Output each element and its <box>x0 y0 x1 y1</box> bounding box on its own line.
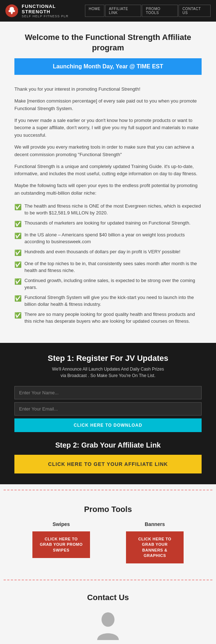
nav-promo[interactable]: PROMO TOOLS <box>142 5 178 17</box>
body-para-2: If you never made a sale earlier or you … <box>14 117 202 139</box>
body-para-4: Functional Strength is a unique and comp… <box>14 163 202 178</box>
banners-label: Banners <box>126 521 184 527</box>
banners-button[interactable]: CLICK HERE TO GRAB YOUR BANNERS & GRAPHI… <box>126 531 184 564</box>
step1-title: Step 1: Register For JV Updates <box>14 354 202 363</box>
logo-text: FUNCTIONAL STRENGTH SELF HELP FITNESS PL… <box>22 4 85 18</box>
main-content: Welcome to the Functional Strength Affil… <box>0 22 216 343</box>
list-item: ✅One of the top niches to be in, that co… <box>14 260 202 274</box>
body-para-1: Make [mention commission percentage] of … <box>14 97 202 113</box>
contact-section: Contact Us FACEBOOK SKYPE EMAIL <box>0 586 216 644</box>
logo-icon <box>5 4 18 17</box>
main-nav: HOME AFFILIATE LINK PROMO TOOLS CONTACT … <box>85 5 211 17</box>
avatar <box>94 609 122 642</box>
dotted-divider-2 <box>4 580 212 580</box>
divider-top <box>0 484 216 496</box>
check-icon: ✅ <box>14 260 22 269</box>
check-icon: ✅ <box>14 294 22 303</box>
list-item: ✅Thousands of marketers are looking for … <box>14 219 202 228</box>
promo-tools-section: Promo Tools Swipes CLICK HERE TO GRAB YO… <box>0 496 216 575</box>
launch-bar: Launching Month Day, Year @ TIME EST <box>14 58 202 75</box>
banners-col: Banners CLICK HERE TO GRAB YOUR BANNERS … <box>126 521 184 564</box>
logo-brand: FUNCTIONAL STRENGTH <box>22 4 85 14</box>
checklist: ✅The health and fitness niche is ONE of … <box>14 203 202 325</box>
check-icon: ✅ <box>14 203 22 212</box>
swipes-label: Swipes <box>32 521 90 527</box>
step2-title: Step 2: Grab Your Affiliate Link <box>14 441 202 449</box>
dotted-divider <box>4 490 212 490</box>
list-item: ✅Hundreds and even thousands of dollars … <box>14 248 202 257</box>
name-input[interactable] <box>14 386 202 399</box>
jv-section: Step 1: Register For JV Updates We'll An… <box>0 343 216 484</box>
nav-contact[interactable]: CONTACT US <box>179 5 211 17</box>
check-icon: ✅ <box>14 232 22 240</box>
hero-title: Welcome to the Functional Strength Affil… <box>14 32 202 53</box>
body-para-0: Thank you for your interest in promoting… <box>14 86 202 93</box>
avatar-container <box>14 609 202 643</box>
contact-title: Contact Us <box>14 593 202 602</box>
check-icon: ✅ <box>14 249 22 257</box>
body-para-3: We will provide you every marketing tool… <box>14 144 202 159</box>
list-item: ✅There are so many people looking for go… <box>14 311 202 325</box>
check-icon: ✅ <box>14 277 22 286</box>
download-button[interactable]: CLICK HERE TO DOWNLOAD <box>14 418 202 432</box>
site-header: FUNCTIONAL STRENGTH SELF HELP FITNESS PL… <box>0 0 216 22</box>
nav-affiliate[interactable]: AFFILIATE LINK <box>105 5 141 17</box>
swipes-col: Swipes CLICK HERE TO GRAB YOUR PROMO SWI… <box>32 521 90 558</box>
swipes-button[interactable]: CLICK HERE TO GRAB YOUR PROMO SWIPES <box>32 531 90 558</box>
list-item: ✅Functional Strength System will give yo… <box>14 294 202 308</box>
list-item: ✅In the US alone – Americans spend $40 b… <box>14 231 202 245</box>
promo-cols: Swipes CLICK HERE TO GRAB YOUR PROMO SWI… <box>14 521 202 564</box>
logo-area: FUNCTIONAL STRENGTH SELF HELP FITNESS PL… <box>5 4 85 18</box>
list-item: ✅Continued growth, including online sale… <box>14 277 202 291</box>
email-input[interactable] <box>14 402 202 416</box>
step1-subtitle: We'll Announce All Launch Updates And Da… <box>14 366 202 379</box>
nav-home[interactable]: HOME <box>85 5 104 17</box>
promo-tools-title: Promo Tools <box>14 505 202 514</box>
affiliate-link-button[interactable]: CLICK HERE TO GET YOUR AFFILIATE LINK <box>14 455 202 473</box>
check-icon: ✅ <box>14 311 22 320</box>
divider-bottom <box>0 574 216 586</box>
check-icon: ✅ <box>14 220 22 228</box>
body-para-5: Maybe the following facts will open your… <box>14 182 202 197</box>
logo-tagline: SELF HELP FITNESS PLR <box>22 14 85 18</box>
list-item: ✅The health and fitness niche is ONE of … <box>14 203 202 217</box>
svg-point-1 <box>102 612 114 627</box>
